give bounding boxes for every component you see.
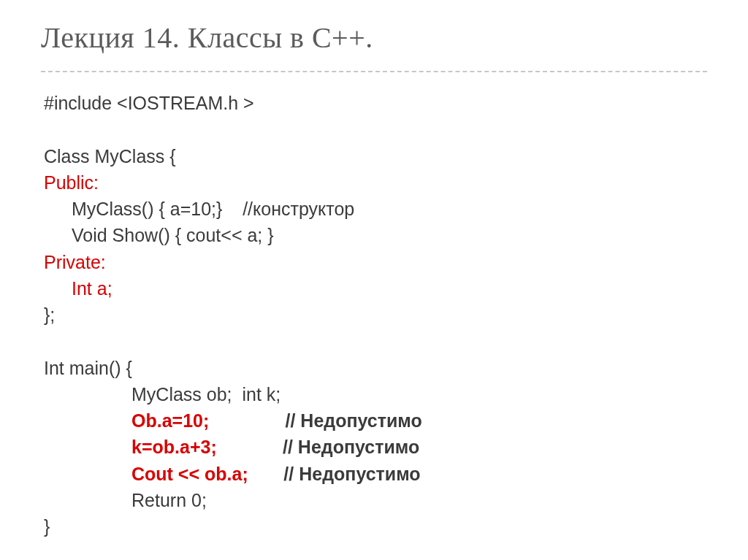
code-line: Int a; [72, 278, 112, 299]
slide: Лекция 14. Классы в С++. #include <IOSTR… [0, 0, 748, 560]
code-comment: // Недопустимо [283, 464, 420, 484]
code-comment: //конструктор [243, 199, 354, 219]
code-line: MyClass ob; int k; [131, 384, 280, 404]
code-comment: // Недопустимо [283, 437, 419, 457]
code-fragment: Ob.a=10; [131, 410, 209, 431]
code-fragment: MyClass() { a=10;} [72, 199, 243, 219]
code-line: #include <IOSTREAM.h > [44, 93, 254, 113]
code-line: Public: [44, 172, 99, 193]
code-line: Void Show() { cout<< a; } [72, 225, 274, 245]
code-line: } [44, 516, 50, 537]
slide-title: Лекция 14. Классы в С++. [41, 20, 707, 55]
code-line: Return 0; [131, 490, 207, 510]
code-fragment: Cout << ob.a; [131, 464, 248, 484]
code-line: Int main() { [44, 358, 132, 378]
code-block: #include <IOSTREAM.h > Class MyClass { P… [44, 90, 707, 540]
code-comment: // Недопустимо [286, 410, 422, 431]
divider [41, 71, 707, 72]
code-line: Private: [44, 252, 106, 272]
code-fragment: k=ob.a+3; [131, 437, 217, 457]
code-line: }; [44, 304, 55, 325]
code-line: Class MyClass { [44, 146, 176, 166]
